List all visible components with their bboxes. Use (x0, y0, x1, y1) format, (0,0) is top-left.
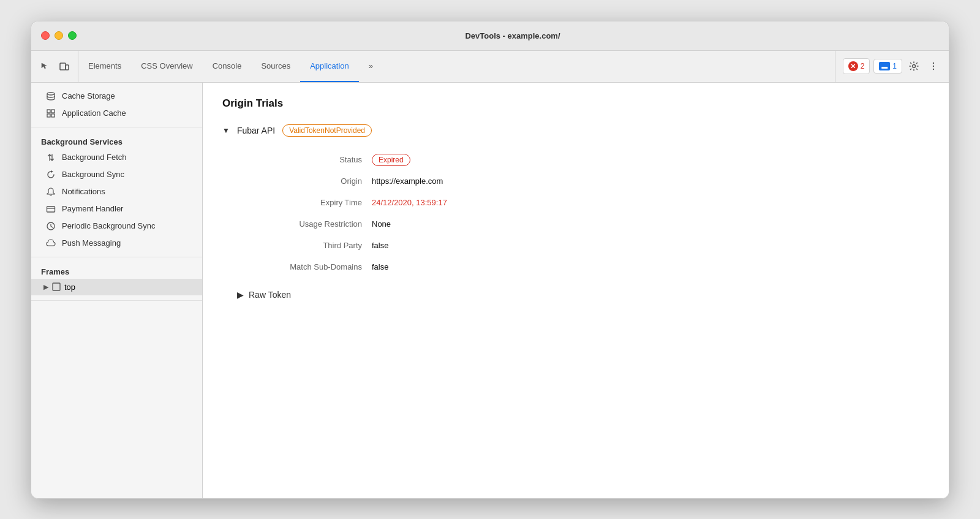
minimize-button[interactable] (55, 31, 63, 40)
tab-more[interactable]: » (359, 51, 383, 82)
panel-title: Origin Trials (222, 97, 929, 110)
message-badge-button[interactable]: ▬ 1 (873, 59, 902, 74)
message-icon: ▬ (879, 62, 890, 70)
title-bar: DevTools - example.com/ (31, 21, 949, 51)
background-services-section: Background Services Background Fetch (31, 127, 202, 257)
window-title: DevTools - example.com/ (86, 31, 939, 40)
inspect-icon[interactable] (36, 58, 53, 75)
status-badge: Expired (372, 154, 410, 166)
sidebar-item-push-messaging[interactable]: Push Messaging (31, 235, 202, 252)
maximize-button[interactable] (68, 31, 77, 40)
api-expand-icon[interactable]: ▼ (222, 126, 230, 135)
svg-point-3 (933, 63, 934, 64)
storage-section: Cache Storage Application Cache (31, 83, 202, 127)
background-services-title: Background Services (31, 132, 202, 149)
svg-point-4 (933, 66, 934, 67)
frames-section: Frames ▶ top (31, 257, 202, 301)
origin-label: Origin (237, 170, 372, 192)
settings-icon[interactable] (906, 58, 922, 74)
origin-value: https://example.com (372, 170, 929, 192)
main-panel: Origin Trials ▼ Fubar API ValidTokenNotP… (203, 83, 949, 498)
sidebar-item-periodic-background-sync[interactable]: Periodic Background Sync (31, 218, 202, 235)
frames-title: Frames (31, 262, 202, 279)
tab-css-overview[interactable]: CSS Overview (131, 51, 203, 82)
svg-rect-10 (51, 114, 55, 117)
toolbar-left-icons (31, 51, 78, 82)
expiry-time-label: Expiry Time (237, 192, 372, 213)
grid-icon (46, 108, 56, 118)
raw-token-toggle[interactable]: ▶ Raw Token (237, 290, 929, 300)
tab-list: Elements CSS Overview Console Sources Ap… (78, 51, 835, 82)
device-toggle-icon[interactable] (56, 58, 73, 75)
status-label: Status (237, 149, 372, 170)
close-button[interactable] (41, 31, 50, 40)
card-icon (46, 204, 56, 214)
tab-application[interactable]: Application (300, 51, 359, 82)
raw-token-label: Raw Token (249, 290, 291, 300)
sync-icon (46, 170, 56, 180)
frame-icon (52, 282, 61, 291)
arrows-updown-icon (46, 153, 56, 162)
match-sub-domains-value: false (372, 256, 929, 278)
raw-token-expand-icon: ▶ (237, 290, 244, 300)
api-badge: ValidTokenNotProvided (282, 124, 372, 137)
tab-sources[interactable]: Sources (251, 51, 300, 82)
usage-restriction-value: None (372, 213, 929, 235)
more-options-icon[interactable] (925, 58, 941, 74)
sidebar: Cache Storage Application Cache (31, 83, 203, 498)
svg-rect-1 (66, 65, 69, 70)
sidebar-item-application-cache[interactable]: Application Cache (31, 105, 202, 122)
tab-console[interactable]: Console (203, 51, 252, 82)
main-content: Cache Storage Application Cache (31, 83, 949, 498)
svg-point-2 (913, 65, 916, 68)
traffic-lights (41, 31, 77, 40)
svg-rect-13 (53, 283, 60, 290)
usage-restriction-label: Usage Restriction (237, 213, 372, 235)
sidebar-item-payment-handler[interactable]: Payment Handler (31, 200, 202, 218)
svg-point-5 (933, 69, 934, 70)
sidebar-item-notifications[interactable]: Notifications (31, 183, 202, 200)
svg-rect-9 (47, 114, 50, 117)
match-sub-domains-label: Match Sub-Domains (237, 256, 372, 278)
devtools-window: DevTools - example.com/ Elements CSS Ove (31, 21, 949, 499)
expiry-time-value: 24/12/2020, 13:59:17 (372, 192, 929, 213)
status-value: Expired (372, 149, 929, 170)
sidebar-item-background-fetch[interactable]: Background Fetch (31, 149, 202, 166)
svg-rect-8 (51, 110, 55, 113)
toolbar-right: ✕ 2 ▬ 1 (835, 51, 949, 82)
sidebar-item-background-sync[interactable]: Background Sync (31, 166, 202, 183)
svg-rect-11 (47, 206, 55, 212)
third-party-label: Third Party (237, 235, 372, 256)
svg-point-6 (47, 93, 55, 95)
api-name: Fubar API (237, 126, 275, 135)
error-icon: ✕ (848, 61, 858, 71)
toolbar: Elements CSS Overview Console Sources Ap… (31, 51, 949, 83)
frame-expand-icon: ▶ (43, 283, 48, 291)
svg-rect-7 (47, 110, 50, 113)
error-badge-button[interactable]: ✕ 2 (843, 58, 870, 74)
sidebar-item-cache-storage[interactable]: Cache Storage (31, 88, 202, 105)
cloud-icon (46, 238, 56, 248)
sidebar-item-top-frame[interactable]: ▶ top (31, 279, 202, 295)
svg-rect-0 (60, 63, 66, 70)
tab-elements[interactable]: Elements (78, 51, 131, 82)
detail-grid: Status Expired Origin https://example.co… (237, 149, 929, 278)
api-section: ▼ Fubar API ValidTokenNotProvided Status… (222, 124, 929, 300)
raw-token-section: ▶ Raw Token (237, 290, 929, 300)
third-party-value: false (372, 235, 929, 256)
clock-icon (46, 221, 56, 231)
database-icon (46, 91, 56, 101)
api-header: ▼ Fubar API ValidTokenNotProvided (222, 124, 929, 137)
bell-icon (46, 187, 56, 197)
